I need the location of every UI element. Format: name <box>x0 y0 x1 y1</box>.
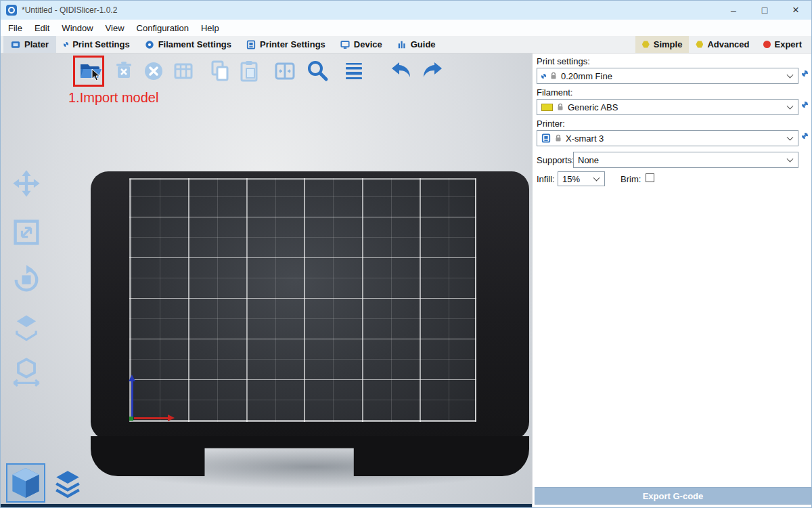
menu-file[interactable]: File <box>2 23 28 33</box>
print-settings-select[interactable]: 0.20mm Fine <box>537 68 798 84</box>
tutorial-step-text: 1.Import model <box>68 90 158 106</box>
plater-icon <box>11 40 20 49</box>
infill-select[interactable]: 15% <box>558 171 605 186</box>
mode-label: Advanced <box>707 39 749 49</box>
gear-icon <box>64 42 68 47</box>
menu-edit[interactable]: Edit <box>28 23 55 33</box>
mode-label: Simple <box>654 39 683 49</box>
printer-icon <box>246 40 256 49</box>
paste-icon[interactable] <box>238 59 262 83</box>
infill-label: Infill: <box>537 174 555 184</box>
supports-value: None <box>578 155 599 165</box>
tab-filament-settings[interactable]: Filament Settings <box>137 36 239 53</box>
viewport-3d-canvas[interactable]: 1.Import model <box>1 54 532 508</box>
z-axis-indicator <box>131 377 133 418</box>
tab-printer-settings[interactable]: Printer Settings <box>239 36 333 53</box>
supports-select[interactable]: None <box>573 152 798 168</box>
tab-label: Guide <box>411 39 436 49</box>
undo-icon[interactable] <box>389 59 413 83</box>
printer-select[interactable]: X-smart 3 <box>537 130 798 146</box>
menu-view[interactable]: View <box>99 23 131 33</box>
chevron-down-icon <box>787 156 794 163</box>
tab-plater[interactable]: Plater <box>3 36 56 53</box>
minimize-button[interactable]: – <box>718 1 749 20</box>
menu-help[interactable]: Help <box>195 23 225 33</box>
printer-value: X-smart 3 <box>566 133 604 144</box>
brim-label: Brim: <box>621 174 641 184</box>
cube-icon <box>7 465 44 501</box>
copy-icon[interactable] <box>208 59 232 83</box>
tab-print-settings[interactable]: Print Settings <box>56 36 137 53</box>
supports-label: Supports: <box>537 155 574 165</box>
gear-icon <box>541 74 546 79</box>
maximize-button[interactable]: □ <box>749 1 780 20</box>
move-icon[interactable] <box>10 169 43 201</box>
brim-checkbox[interactable] <box>646 173 654 182</box>
3d-view-button[interactable] <box>6 463 45 503</box>
menu-configuration[interactable]: Configuration <box>131 23 195 33</box>
mouse-cursor <box>91 68 102 82</box>
arrange-icon[interactable] <box>171 59 196 83</box>
app-logo-icon <box>6 5 17 16</box>
rotate-icon[interactable] <box>10 263 43 296</box>
filament-select[interactable]: Generic ABS <box>537 99 798 115</box>
filament-color-swatch <box>541 104 553 111</box>
window-title: *Untitled - QIDISlicer-1.0.2 <box>22 5 117 15</box>
chevron-down-icon <box>787 103 794 110</box>
app-window: *Untitled - QIDISlicer-1.0.2 – □ × File … <box>0 0 812 508</box>
advanced-mode-icon <box>696 41 703 48</box>
scale-icon[interactable] <box>10 216 43 249</box>
mode-advanced[interactable]: Advanced <box>689 36 756 53</box>
chevron-down-icon <box>787 134 794 141</box>
measure-icon[interactable] <box>10 356 43 389</box>
close-button[interactable]: × <box>780 1 811 20</box>
window-controls: – □ × <box>718 1 811 20</box>
tab-guide[interactable]: Guide <box>390 36 443 53</box>
delete-icon[interactable] <box>112 59 136 83</box>
edit-filament-button[interactable] <box>802 102 808 108</box>
tab-label: Device <box>354 39 382 49</box>
infill-value: 15% <box>562 174 580 184</box>
layers-icon <box>52 468 83 499</box>
tab-label: Plater <box>24 39 49 49</box>
print-settings-value: 0.20mm Fine <box>561 71 612 81</box>
titlebar: *Untitled - QIDISlicer-1.0.2 – □ × <box>1 1 811 20</box>
printer-icon <box>541 133 551 143</box>
preview-layers-button[interactable] <box>52 468 83 499</box>
menu-window[interactable]: Window <box>55 23 99 33</box>
variable-layer-height-icon[interactable] <box>342 59 366 83</box>
edit-printer-button[interactable] <box>802 133 808 139</box>
filament-label: Filament: <box>537 87 572 98</box>
x-axis-indicator <box>134 417 172 419</box>
mode-expert[interactable]: Expert <box>757 36 809 53</box>
tab-label: Filament Settings <box>158 39 231 49</box>
search-icon[interactable] <box>305 59 330 83</box>
menubar: File Edit Window View Configuration Help <box>1 20 811 36</box>
settings-sidebar: Print settings: 0.20mm Fine Filament: Ge… <box>532 54 812 508</box>
mode-simple[interactable]: Simple <box>635 36 690 53</box>
printer-label: Printer: <box>537 119 565 129</box>
redo-icon[interactable] <box>420 59 445 83</box>
print-settings-label: Print settings: <box>537 56 590 66</box>
lock-icon <box>557 103 564 111</box>
chevron-down-icon <box>787 72 794 79</box>
filament-value: Generic ABS <box>568 102 618 112</box>
tab-device[interactable]: Device <box>333 36 390 53</box>
delete-all-icon[interactable] <box>141 59 166 83</box>
bed-grid <box>129 178 476 422</box>
lock-icon <box>555 134 562 142</box>
guide-icon <box>397 40 407 49</box>
mode-label: Expert <box>775 39 802 49</box>
mode-switcher: Simple Advanced Expert <box>635 36 811 53</box>
split-objects-icon[interactable] <box>273 59 297 83</box>
device-icon <box>340 40 350 49</box>
place-on-face-icon[interactable] <box>10 311 43 343</box>
edit-print-settings-button[interactable] <box>802 70 808 77</box>
filament-icon <box>145 40 154 49</box>
export-gcode-button[interactable]: Export G-code <box>535 487 811 505</box>
simple-mode-icon <box>642 41 650 48</box>
y-axis-origin-indicator <box>129 417 133 421</box>
tab-label: Printer Settings <box>260 39 325 49</box>
status-strip <box>1 504 532 508</box>
chevron-down-icon <box>593 175 600 182</box>
